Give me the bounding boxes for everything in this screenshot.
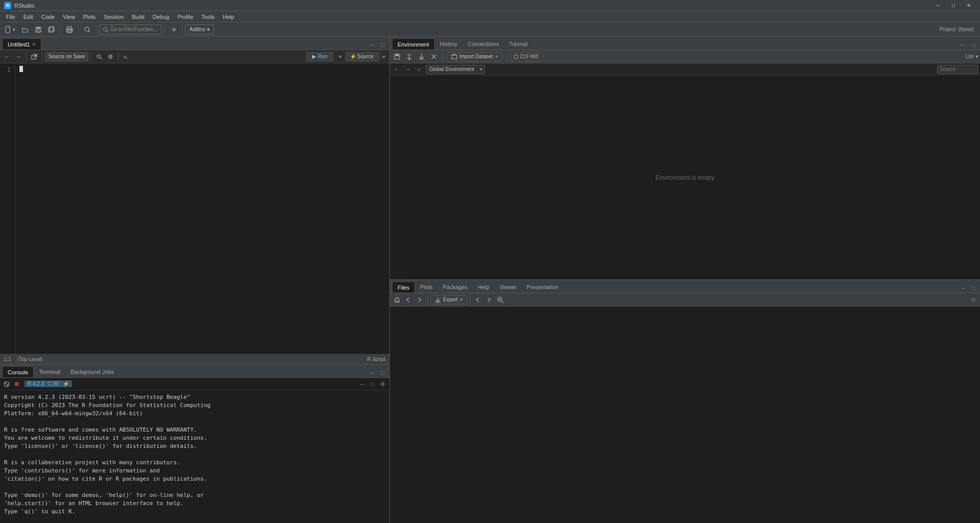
env-clear-btn[interactable] bbox=[429, 52, 439, 62]
console-panel-minimize-btn[interactable]: ─ bbox=[358, 379, 367, 389]
tab-history[interactable]: History bbox=[435, 38, 462, 50]
import-dataset-button[interactable]: Import Dataset ▾ bbox=[447, 52, 502, 61]
menu-profile[interactable]: Profile bbox=[173, 12, 197, 22]
source-on-save-btn[interactable]: Source on Save bbox=[45, 52, 88, 61]
svg-rect-5 bbox=[50, 27, 54, 31]
editor-panel: Untitled1 ✕ ─ □ ← → Source on Save bbox=[0, 37, 389, 365]
editor-spell-btn[interactable]: A✓ bbox=[121, 52, 131, 62]
console-maximize-btn[interactable]: □ bbox=[378, 368, 387, 377]
export-button[interactable]: Export ▾ bbox=[430, 295, 467, 304]
menu-edit[interactable]: Edit bbox=[19, 12, 37, 22]
env-home-btn[interactable]: ⌂ bbox=[414, 65, 424, 74]
files-forward-btn[interactable] bbox=[414, 295, 425, 305]
files-minimize-btn[interactable]: ─ bbox=[959, 283, 968, 293]
menu-bar: File Edit Code View Plots Session Build … bbox=[0, 11, 980, 22]
console-tab-background-jobs[interactable]: Background Jobs bbox=[65, 366, 119, 377]
tab-help[interactable]: Help bbox=[473, 281, 495, 293]
editor-sep3 bbox=[91, 52, 91, 61]
tab-environment[interactable]: Environment bbox=[392, 38, 435, 50]
console-tabs: Console Terminal Background Jobs ─ □ bbox=[0, 365, 389, 378]
editor-show-in-new-btn[interactable] bbox=[29, 52, 39, 62]
env-sep1 bbox=[442, 52, 443, 61]
editor-sep2 bbox=[42, 52, 42, 61]
console-panel-maximize-btn[interactable]: □ bbox=[368, 379, 377, 389]
files-zoom-btn[interactable] bbox=[495, 295, 505, 305]
files-settings-btn[interactable] bbox=[969, 295, 978, 304]
console-minimize-btn[interactable]: ─ bbox=[368, 368, 377, 377]
menu-view[interactable]: View bbox=[59, 12, 79, 22]
menu-tools[interactable]: Tools bbox=[197, 12, 219, 22]
source-button[interactable]: ⚡ Source bbox=[345, 52, 378, 61]
menu-debug[interactable]: Debug bbox=[149, 12, 173, 22]
run-down-btn[interactable] bbox=[336, 52, 344, 62]
tab-viewer[interactable]: Viewer bbox=[495, 281, 522, 293]
editor-maximize-btn[interactable]: □ bbox=[378, 40, 387, 50]
minimize-button[interactable]: ─ bbox=[931, 1, 945, 10]
menu-file[interactable]: File bbox=[2, 12, 19, 22]
left-panels: Untitled1 ✕ ─ □ ← → Source on Save bbox=[0, 37, 390, 523]
editor-forward-btn[interactable]: → bbox=[13, 52, 24, 62]
addins-button[interactable]: Addins ▾ bbox=[185, 25, 215, 35]
find-button[interactable] bbox=[81, 24, 94, 35]
env-secondary-toolbar: ← → ⌂ Global Environment ▾ bbox=[390, 63, 980, 76]
editor-tab-untitled1[interactable]: Untitled1 ✕ bbox=[2, 38, 41, 50]
editor-tab-label: Untitled1 bbox=[8, 41, 30, 47]
console-content[interactable]: R version 4.2.3 (2023-03-15 ucrt) -- "Sh… bbox=[0, 390, 389, 523]
menu-code[interactable]: Code bbox=[37, 12, 59, 22]
save-button[interactable] bbox=[32, 24, 44, 35]
console-panel: Console Terminal Background Jobs ─ □ R 4… bbox=[0, 365, 389, 523]
env-maximize-btn[interactable]: □ bbox=[969, 40, 978, 50]
console-clear-btn[interactable] bbox=[2, 379, 11, 389]
tab-presentation[interactable]: Presentation bbox=[522, 281, 564, 293]
environment-search-input[interactable] bbox=[937, 65, 978, 74]
menu-build[interactable]: Build bbox=[128, 12, 148, 22]
tab-plots[interactable]: Plots bbox=[415, 281, 437, 293]
export-arrow: ▾ bbox=[460, 297, 462, 302]
tab-connections[interactable]: Connections bbox=[462, 38, 504, 50]
restore-button[interactable]: □ bbox=[946, 1, 961, 10]
save-all-button[interactable] bbox=[45, 24, 58, 35]
tab-files[interactable]: Files bbox=[392, 281, 415, 293]
menu-session[interactable]: Session bbox=[100, 12, 128, 22]
go-to-function-input[interactable]: Go to File/Function... bbox=[99, 25, 161, 35]
editor-settings-btn[interactable] bbox=[105, 52, 115, 62]
console-stop-btn[interactable] bbox=[12, 379, 21, 389]
close-button[interactable]: ✕ bbox=[962, 1, 976, 10]
console-startup-line5: You are welcome to redistribute it under… bbox=[4, 434, 385, 442]
files-maximize-btn[interactable]: □ bbox=[969, 283, 978, 293]
global-env-arrow: ▾ bbox=[480, 66, 482, 72]
code-editor[interactable]: 1 bbox=[0, 63, 389, 354]
files-back-btn[interactable] bbox=[403, 295, 413, 305]
print-button[interactable] bbox=[63, 24, 76, 35]
env-forward-btn[interactable]: → bbox=[403, 65, 412, 74]
files-next-plot-btn[interactable] bbox=[484, 295, 494, 305]
tab-packages[interactable]: Packages bbox=[438, 281, 473, 293]
editor-find-btn[interactable] bbox=[94, 52, 104, 62]
env-save-btn[interactable] bbox=[392, 52, 402, 62]
menu-help[interactable]: Help bbox=[219, 12, 239, 22]
editor-minimize-btn[interactable]: ─ bbox=[368, 40, 377, 50]
code-content[interactable] bbox=[15, 63, 389, 354]
toolbar-icon-1[interactable] bbox=[167, 24, 179, 35]
source-arrow-btn[interactable] bbox=[379, 52, 387, 62]
new-file-button[interactable]: ▾ bbox=[2, 24, 18, 35]
run-button[interactable]: ▶ Run bbox=[307, 52, 333, 61]
editor-tabs: Untitled1 ✕ ─ □ bbox=[0, 37, 389, 50]
env-minimize-btn[interactable]: ─ bbox=[958, 40, 967, 50]
files-home-btn[interactable] bbox=[392, 295, 402, 305]
menu-plots[interactable]: Plots bbox=[79, 12, 100, 22]
global-environment-dropdown[interactable]: Global Environment ▾ bbox=[426, 65, 485, 74]
tab-tutorial[interactable]: Tutorial bbox=[504, 38, 532, 50]
console-startup-line4: R is free software and comes with ABSOLU… bbox=[4, 426, 385, 434]
console-tab-terminal[interactable]: Terminal bbox=[34, 366, 65, 377]
open-file-button[interactable] bbox=[19, 24, 31, 35]
console-settings-btn[interactable] bbox=[378, 379, 387, 389]
env-load-btn[interactable] bbox=[404, 52, 414, 62]
editor-back-btn[interactable]: ← bbox=[2, 52, 12, 62]
console-tab-console[interactable]: Console bbox=[2, 366, 34, 377]
memory-value: 219 MiB bbox=[520, 54, 539, 59]
env-back-btn[interactable]: ← bbox=[392, 65, 401, 74]
editor-tab-close[interactable]: ✕ bbox=[32, 41, 36, 47]
env-import-btn[interactable] bbox=[416, 52, 427, 62]
files-prev-plot-btn[interactable] bbox=[473, 295, 483, 305]
